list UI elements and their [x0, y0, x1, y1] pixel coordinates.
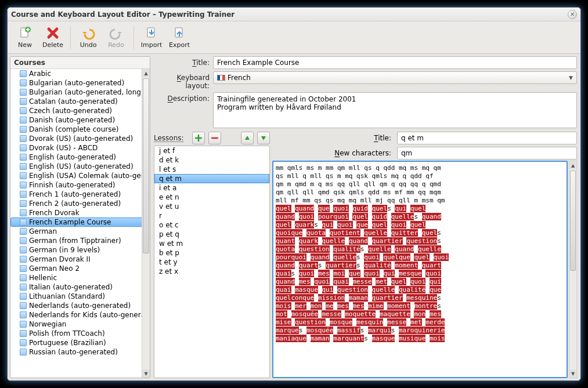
course-item[interactable]: German (from Tipptrainer) [10, 236, 150, 245]
course-item[interactable]: German (in 9 levels) [10, 245, 150, 255]
document-icon [20, 107, 27, 114]
course-item[interactable]: Nederlands (auto-generated) [10, 301, 150, 310]
document-icon [20, 330, 27, 337]
move-lesson-up-button[interactable] [241, 132, 254, 144]
scroll-up-icon[interactable]: ▲ [142, 69, 150, 77]
course-item[interactable]: Dvorak (US) (auto-generated) [10, 134, 150, 143]
undo-button[interactable]: Undo [74, 23, 102, 52]
document-icon [20, 70, 27, 77]
course-item[interactable]: German [10, 227, 150, 236]
lesson-title-input[interactable] [397, 132, 577, 144]
redo-button[interactable]: Redo [102, 23, 130, 52]
course-item[interactable]: French Example Course [10, 217, 150, 227]
export-icon [172, 26, 186, 40]
lesson-item[interactable]: j et f [154, 146, 269, 155]
export-label: Export [169, 41, 190, 49]
lesson-item[interactable]: r [154, 211, 269, 220]
course-item[interactable]: German Dvorak II [10, 255, 150, 264]
lesson-item[interactable]: q et m [154, 174, 269, 183]
course-item-label: Danish (auto-generated) [29, 116, 115, 124]
course-item[interactable]: Danish (complete course) [10, 125, 150, 134]
lesson-item[interactable]: i et a [154, 183, 269, 193]
course-item-label: Russian (auto-generated) [29, 348, 118, 356]
course-item[interactable]: Nederlands for Kids (auto-genera… [10, 310, 150, 320]
course-item[interactable]: Danish (auto-generated) [10, 115, 150, 125]
course-item[interactable]: Hellenic [10, 273, 150, 282]
new-button[interactable]: New [11, 23, 39, 52]
lesson-item[interactable]: d et k [154, 155, 269, 165]
course-item-label: Italian (auto-generated) [29, 283, 113, 291]
document-icon [20, 302, 27, 309]
lesson-scrollbar[interactable]: ▲ ▼ [569, 161, 577, 378]
lesson-item[interactable]: t et y [154, 258, 269, 267]
scrollbar[interactable]: ▲ ▼ [142, 69, 150, 378]
export-button[interactable]: Export [165, 23, 193, 52]
course-item[interactable]: French 2 (auto-generated) [10, 199, 150, 208]
course-item-label: German [29, 227, 57, 235]
course-item-label: German Dvorak II [29, 255, 91, 263]
lesson-item[interactable]: v et u [154, 202, 269, 211]
close-button[interactable]: ✕ [568, 10, 577, 19]
scroll-thumb[interactable] [570, 171, 576, 271]
scroll-down-icon[interactable]: ▼ [142, 369, 150, 378]
document-icon [20, 163, 27, 170]
lesson-item[interactable]: l et s [154, 165, 269, 174]
course-item[interactable]: Polish (from TTCoach) [10, 329, 150, 338]
course-item[interactable]: Finnish (auto-generated) [10, 180, 150, 190]
remove-lesson-button[interactable] [208, 132, 221, 144]
course-item[interactable]: Lithuanian (Standard) [10, 292, 150, 301]
course-item[interactable]: Italian (auto-generated) [10, 282, 150, 292]
import-label: Import [141, 41, 163, 49]
lesson-item[interactable]: z et x [154, 267, 269, 276]
courses-panel: Courses ArabicBulgarian (auto-generated)… [10, 56, 150, 378]
course-item[interactable]: English (US) (auto-generated) [10, 162, 150, 171]
document-icon [20, 200, 27, 207]
course-item[interactable]: French 1 (auto-generated) [10, 190, 150, 199]
delete-button[interactable]: Delete [39, 23, 67, 52]
lessons-list[interactable]: j et fd et kl et sq et mi et ae et nv et… [154, 146, 270, 378]
document-icon [20, 256, 27, 263]
course-item[interactable]: Bulgarian (auto-generated) [10, 78, 150, 88]
course-item[interactable]: Russian (auto-generated) [10, 347, 150, 357]
new-chars-input[interactable] [397, 147, 577, 159]
document-icon [20, 284, 27, 291]
undo-label: Undo [80, 41, 97, 49]
course-item[interactable]: Portuguese (Brazilian) [10, 338, 150, 347]
add-lesson-button[interactable] [192, 132, 205, 144]
scroll-thumb[interactable] [143, 78, 149, 253]
keyboard-layout-combo[interactable]: French ▼ [213, 71, 577, 84]
course-item[interactable]: German Neo 2 [10, 264, 150, 273]
course-item[interactable]: Dvorak (US) - ABCD [10, 143, 150, 153]
lesson-item[interactable]: p et q [154, 230, 269, 239]
lesson-item[interactable]: e et n [154, 193, 269, 202]
scroll-down-icon[interactable]: ▼ [569, 369, 576, 378]
course-item[interactable]: Czech (auto-generated) [10, 106, 150, 115]
courses-list[interactable]: ArabicBulgarian (auto-generated)Bulgaria… [10, 69, 150, 357]
lesson-text-area[interactable]: mm qmls ms m mm qm mll qs q qdd mq ms mq… [272, 161, 568, 378]
course-title-input[interactable] [213, 56, 577, 69]
course-item[interactable]: Norwegian [10, 320, 150, 329]
courses-scroll: ArabicBulgarian (auto-generated)Bulgaria… [10, 69, 150, 378]
course-item[interactable]: English (USA) Colemak (auto-gen… [10, 171, 150, 180]
main-area: Courses ArabicBulgarian (auto-generated)… [8, 54, 580, 380]
scroll-up-icon[interactable]: ▲ [569, 161, 576, 169]
lesson-item[interactable]: o et c [154, 220, 269, 230]
delete-icon [46, 26, 60, 40]
chevron-down-icon: ▼ [569, 73, 573, 82]
delete-label: Delete [42, 41, 63, 49]
course-item[interactable]: Bulgarian (auto-generated, long) [10, 88, 150, 97]
lesson-item[interactable]: w et m [154, 239, 269, 248]
description-textarea[interactable]: Trainingfile genereated in October 2001 … [213, 92, 577, 128]
course-item[interactable]: English (auto-generated) [10, 153, 150, 162]
lesson-item[interactable]: b et p [154, 248, 269, 258]
document-icon [20, 209, 27, 216]
course-item-label: Polish (from TTCoach) [29, 329, 105, 338]
document-icon [20, 191, 27, 198]
import-button[interactable]: Import [138, 23, 165, 52]
move-lesson-down-button[interactable] [257, 132, 270, 144]
course-item[interactable]: Arabic [10, 69, 150, 78]
course-item[interactable]: French Dvorak [10, 208, 150, 217]
courses-header: Courses [10, 57, 150, 69]
course-item-label: Danish (complete course) [29, 125, 119, 133]
course-item[interactable]: Catalan (auto-generated) [10, 97, 150, 106]
